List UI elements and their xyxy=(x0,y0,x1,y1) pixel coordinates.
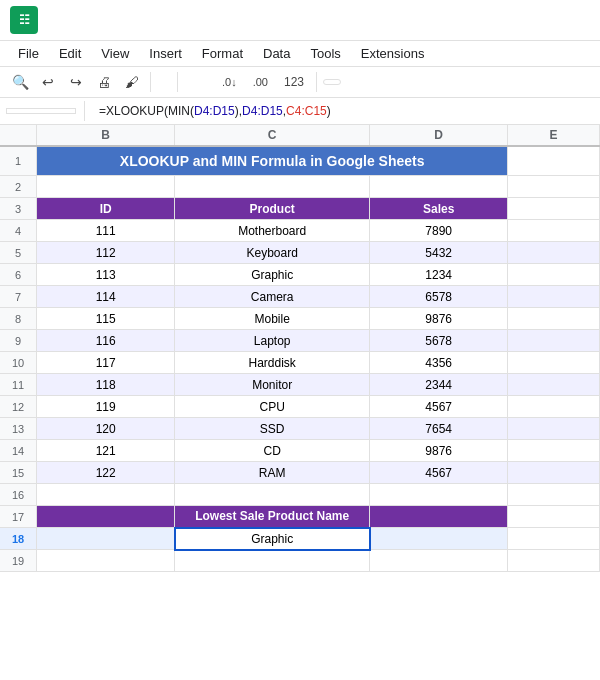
empty-cell xyxy=(508,308,600,330)
cell-product[interactable]: Laptop xyxy=(175,330,370,352)
dec-decr-btn[interactable]: .0↓ xyxy=(216,74,243,90)
cell-sales[interactable]: 1234 xyxy=(370,264,508,286)
empty-cell xyxy=(508,506,600,528)
title-cell: XLOOKUP and MIN Formula in Google Sheets xyxy=(37,146,508,176)
result-value-b[interactable] xyxy=(37,528,175,550)
cell-id[interactable]: 122 xyxy=(37,462,175,484)
table-row: 3IDProductSales xyxy=(0,198,600,220)
formula-d4-ref2: D4:D15 xyxy=(242,104,283,118)
formula-sep xyxy=(84,101,85,121)
cell-sales[interactable]: 4567 xyxy=(370,462,508,484)
redo-btn[interactable]: ↪ xyxy=(64,70,88,94)
cell-sales[interactable]: 6578 xyxy=(370,286,508,308)
cell-id[interactable]: 121 xyxy=(37,440,175,462)
menu-tools[interactable]: Tools xyxy=(302,43,348,64)
menu-bar: File Edit View Insert Format Data Tools … xyxy=(0,41,600,67)
result-value-d[interactable] xyxy=(370,528,508,550)
empty-cell xyxy=(508,330,600,352)
formula-prefix: =XLOOKUP(MIN( xyxy=(99,104,194,118)
row-number: 15 xyxy=(0,462,37,484)
cell-id[interactable]: 112 xyxy=(37,242,175,264)
cell-reference[interactable] xyxy=(6,108,76,114)
toolbar-sep-3 xyxy=(316,72,317,92)
cell-product[interactable]: Monitor xyxy=(175,374,370,396)
num-format-btn[interactable]: 123 xyxy=(278,73,310,91)
result-value-cell[interactable]: Graphic xyxy=(175,528,370,550)
table-row: 9116Laptop5678 xyxy=(0,330,600,352)
cell-product[interactable]: Mobile xyxy=(175,308,370,330)
zoom-control[interactable] xyxy=(157,80,171,84)
spreadsheet: B C D E 1XLOOKUP and MIN Formula in Goog… xyxy=(0,125,600,572)
font-selector[interactable] xyxy=(323,79,341,85)
cell-product[interactable]: CD xyxy=(175,440,370,462)
cell-sales[interactable]: 9876 xyxy=(370,440,508,462)
cell-id[interactable]: 117 xyxy=(37,352,175,374)
corner-header xyxy=(0,125,37,146)
empty-cell xyxy=(37,550,175,572)
cell-id[interactable]: 115 xyxy=(37,308,175,330)
cell-id[interactable]: 111 xyxy=(37,220,175,242)
search-toolbar-btn[interactable]: 🔍 xyxy=(8,70,32,94)
result-header-d xyxy=(370,506,508,528)
menu-edit[interactable]: Edit xyxy=(51,43,89,64)
cell-sales[interactable]: 5432 xyxy=(370,242,508,264)
cell-id[interactable]: 116 xyxy=(37,330,175,352)
col-header-c[interactable]: C xyxy=(175,125,370,146)
cell-id[interactable]: 119 xyxy=(37,396,175,418)
empty-cell xyxy=(175,484,370,506)
percent-btn[interactable] xyxy=(200,80,212,84)
empty-cell xyxy=(508,440,600,462)
table-row: 8115Mobile9876 xyxy=(0,308,600,330)
cell-id[interactable]: 113 xyxy=(37,264,175,286)
result-header-b xyxy=(37,506,175,528)
cell-product[interactable]: Harddisk xyxy=(175,352,370,374)
menu-data[interactable]: Data xyxy=(255,43,298,64)
menu-insert[interactable]: Insert xyxy=(141,43,190,64)
menu-extensions[interactable]: Extensions xyxy=(353,43,433,64)
cell-sales[interactable]: 4567 xyxy=(370,396,508,418)
cell-sales[interactable]: 4356 xyxy=(370,352,508,374)
dollar-btn[interactable] xyxy=(184,80,196,84)
row-number: 3 xyxy=(0,198,37,220)
menu-view[interactable]: View xyxy=(93,43,137,64)
col-header-e[interactable]: E xyxy=(508,125,600,146)
table-row: 1XLOOKUP and MIN Formula in Google Sheet… xyxy=(0,146,600,176)
result-header-label: Lowest Sale Product Name xyxy=(175,506,370,528)
cell-id[interactable]: 114 xyxy=(37,286,175,308)
formula-comma1: ), xyxy=(235,104,242,118)
empty-cell xyxy=(508,242,600,264)
cell-product[interactable]: SSD xyxy=(175,418,370,440)
menu-format[interactable]: Format xyxy=(194,43,251,64)
menu-file[interactable]: File xyxy=(10,43,47,64)
row-number: 16 xyxy=(0,484,37,506)
print-btn[interactable]: 🖨 xyxy=(92,70,116,94)
cell-sales[interactable]: 2344 xyxy=(370,374,508,396)
cell-product[interactable]: Camera xyxy=(175,286,370,308)
col-header-b[interactable]: B xyxy=(37,125,175,146)
table-row: 13120SSD7654 xyxy=(0,418,600,440)
table-row: 15122RAM4567 xyxy=(0,462,600,484)
header-c: Product xyxy=(175,198,370,220)
table-row: 4111Motherboard7890 xyxy=(0,220,600,242)
paint-format-btn[interactable]: 🖌 xyxy=(120,70,144,94)
table-row: 5112Keyboard5432 xyxy=(0,242,600,264)
dec-incr-btn[interactable]: .00 xyxy=(247,74,274,90)
cell-product[interactable]: Graphic xyxy=(175,264,370,286)
cell-product[interactable]: CPU xyxy=(175,396,370,418)
row-number: 1 xyxy=(0,146,37,176)
cell-id[interactable]: 118 xyxy=(37,374,175,396)
cell-sales[interactable]: 7890 xyxy=(370,220,508,242)
empty-cell xyxy=(370,484,508,506)
row-number: 13 xyxy=(0,418,37,440)
formula-input[interactable]: =XLOOKUP(MIN(D4:D15),D4:D15,C4:C15) xyxy=(99,104,594,118)
undo-btn[interactable]: ↩ xyxy=(36,70,60,94)
cell-sales[interactable]: 9876 xyxy=(370,308,508,330)
cell-sales[interactable]: 5678 xyxy=(370,330,508,352)
cell-id[interactable]: 120 xyxy=(37,418,175,440)
col-header-d[interactable]: D xyxy=(370,125,508,146)
cell-product[interactable]: Motherboard xyxy=(175,220,370,242)
cell-sales[interactable]: 7654 xyxy=(370,418,508,440)
cell-product[interactable]: RAM xyxy=(175,462,370,484)
table-row: 6113Graphic1234 xyxy=(0,264,600,286)
cell-product[interactable]: Keyboard xyxy=(175,242,370,264)
